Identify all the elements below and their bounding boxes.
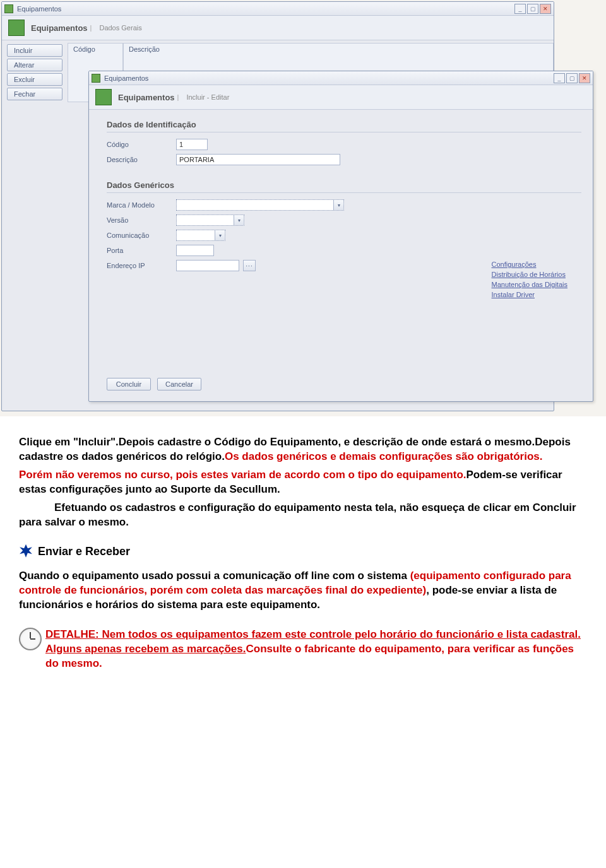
- doc-p3: Efetuando os cadastros e configuração do…: [19, 501, 581, 530]
- alterar-button[interactable]: Alterar: [7, 59, 62, 71]
- ip-label: Endereço IP: [107, 262, 176, 269]
- equipamentos-dialog: Equipamentos _ ▢ ✕ Equipamentos | Inclui…: [88, 71, 593, 402]
- codigo-input[interactable]: [176, 139, 208, 150]
- inner-title: Equipamentos: [104, 74, 554, 82]
- inner-header-main: Equipamentos: [118, 93, 175, 102]
- porta-input[interactable]: [176, 245, 214, 256]
- section-genericos: Dados Genéricos: [107, 180, 581, 190]
- versao-select[interactable]: ▾: [176, 214, 244, 226]
- app-icon: [4, 4, 13, 13]
- link-manutencao[interactable]: Manutenção das Digitais: [492, 281, 567, 288]
- descricao-input[interactable]: [176, 154, 340, 165]
- inner-titlebar: Equipamentos _ ▢ ✕: [89, 71, 593, 85]
- dropdown-icon[interactable]: ▾: [215, 230, 225, 240]
- concluir-button[interactable]: Concluir: [107, 378, 151, 390]
- inner-header-sub: Incluir - Editar: [186, 93, 229, 101]
- close-button[interactable]: ✕: [579, 73, 590, 83]
- dropdown-icon[interactable]: ▾: [333, 200, 343, 210]
- outer-header: Equipamentos | Dados Gerais: [2, 16, 554, 40]
- incluir-button[interactable]: Incluir: [7, 44, 62, 57]
- document-body: Clique em "Incluir".Depois cadastre o Có…: [0, 416, 606, 696]
- codigo-label: Código: [107, 141, 176, 148]
- ip-browse-button[interactable]: ···: [243, 260, 256, 271]
- marca-select[interactable]: ▾: [176, 199, 344, 211]
- outer-titlebar: Equipamentos _ ▢ ✕: [2, 2, 554, 16]
- link-distribuicao[interactable]: Distribuição de Horários: [492, 271, 567, 278]
- link-configuracoes[interactable]: Configurações: [492, 261, 567, 268]
- minimize-button[interactable]: _: [514, 4, 526, 14]
- minimize-button[interactable]: _: [554, 73, 565, 83]
- side-button-column: Incluir Alterar Excluir Fechar: [2, 40, 68, 102]
- dropdown-icon[interactable]: ▾: [234, 215, 244, 225]
- star-icon: [19, 544, 33, 558]
- clock-icon: [19, 628, 42, 650]
- descricao-label: Descrição: [107, 156, 176, 163]
- config-links: Configurações Distribuição de Horários M…: [492, 261, 567, 298]
- equipamentos-icon: [8, 20, 25, 36]
- outer-header-main: Equipamentos: [31, 23, 88, 33]
- maximize-button[interactable]: ▢: [566, 73, 578, 83]
- link-instalar-driver[interactable]: Instalar Driver: [492, 291, 567, 298]
- enviar-receber-heading: Enviar e Receber: [19, 544, 581, 559]
- cancelar-button[interactable]: Cancelar: [157, 378, 201, 390]
- marca-label: Marca / Modelo: [107, 201, 176, 209]
- doc-p2a: Porém não veremos no curso, pois estes v…: [19, 469, 466, 481]
- doc-p1b: Os dados genéricos e demais configuraçõe…: [225, 450, 543, 462]
- outer-header-sub: Dados Gerais: [99, 24, 141, 32]
- comunicacao-label: Comunicação: [107, 232, 176, 239]
- inner-header: Equipamentos | Incluir - Editar: [89, 85, 593, 110]
- screenshot-region: Equipamentos _ ▢ ✕ Equipamentos | Dados …: [0, 0, 606, 416]
- ip-input[interactable]: [176, 260, 239, 271]
- enviar-receber-title: Enviar e Receber: [38, 544, 130, 559]
- porta-label: Porta: [107, 247, 176, 254]
- app-icon: [92, 74, 100, 83]
- maximize-button[interactable]: ▢: [527, 4, 538, 14]
- form-body: Dados de Identificação Código Descrição …: [89, 110, 593, 283]
- excluir-button[interactable]: Excluir: [7, 73, 62, 86]
- fechar-button[interactable]: Fechar: [7, 88, 62, 100]
- section-identificacao: Dados de Identificação: [107, 120, 581, 129]
- doc-p4a: Quando o equipamento usado possui a comu…: [19, 570, 410, 582]
- comunicacao-select[interactable]: ▾: [176, 230, 225, 241]
- outer-title: Equipamentos: [17, 5, 514, 13]
- equipamentos-icon: [95, 89, 112, 105]
- close-button[interactable]: ✕: [540, 4, 551, 14]
- versao-label: Versão: [107, 216, 176, 224]
